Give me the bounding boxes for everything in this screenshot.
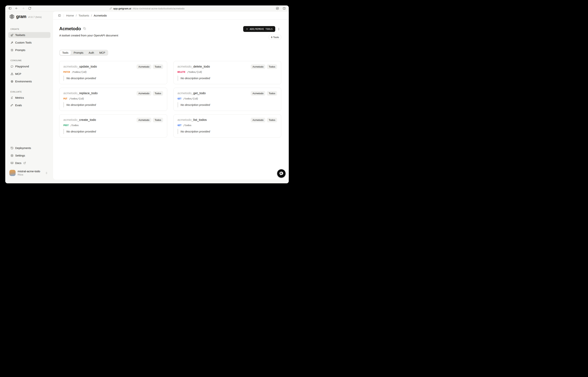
plus-icon [246,28,248,30]
app-version: v0.8.7 (beta) [28,16,42,18]
badge-source: Acmetodo [251,118,265,122]
split-view-icon[interactable] [282,6,286,11]
tool-card-list-todos[interactable]: acmetodo_list_todos Acmetodo Todos GET /… [173,114,282,138]
route-path: /todos/{id} [72,71,87,73]
evals-icon [11,104,13,107]
tool-card-delete-todo[interactable]: acmetodo_delete_todo Acmetodo Todos DELE… [173,61,282,84]
url-host: app.getgram.ai [113,7,131,10]
tool-card-update-todo[interactable]: acmetodo_update_todo Acmetodo Todos PATC… [59,61,167,84]
forward-icon[interactable] [21,6,25,11]
sidebar-item-metrics[interactable]: Metrics [8,95,50,101]
http-method: GET [178,124,181,127]
custom-tools-icon [11,41,13,44]
browser-window: app.getgram.ai/ritza-rzx/mistral-acme-to… [5,5,289,183]
tab-auth[interactable]: Auth [86,50,97,55]
tool-route: POST /todos [63,124,163,127]
mcp-icon [11,72,13,75]
sidebar-section-consume: CONSUME [11,59,50,61]
tool-route: PATCH /todos/{id} [63,71,163,73]
reload-icon[interactable] [27,6,32,11]
tool-description: No description provided [178,102,277,107]
workspace-switcher[interactable]: mistral-acme-todo Ritza [8,170,50,176]
route-path: /todos [183,124,192,127]
tab-bar: Tools Prompts Auth MCP [59,50,108,56]
sidebar-item-environments[interactable]: Environments [8,78,50,84]
sidebar-item-settings[interactable]: Settings [8,153,50,158]
external-link-icon [23,162,26,164]
badge-tag: Todos [153,118,163,122]
badge-source: Acmetodo [136,118,151,122]
main-panel: Home / Toolsets / Acmetodo Acmetodo [53,12,289,180]
environments-icon [11,80,13,83]
badge-source: Acmetodo [136,64,151,69]
logo-text: gram [16,14,26,19]
sidebar-item-label: Evals [15,104,22,107]
toolsets-icon [11,34,13,36]
breadcrumb-home[interactable]: Home [66,14,74,17]
tool-route: GET /todos/{id} [178,97,277,100]
sidebar-item-playground[interactable]: Playground [8,63,50,69]
tab-mcp[interactable]: MCP [97,50,108,55]
badge-source: Acmetodo [251,64,265,69]
sidebar-item-custom-tools[interactable]: Custom Tools [8,40,50,46]
sidebar-item-toolsets[interactable]: Toolsets [8,32,50,38]
playground-icon [11,65,13,68]
sidebar-item-label: Custom Tools [15,41,32,44]
sidebar-item-mcp[interactable]: MCP [8,71,50,77]
app-sidebar: gram v0.8.7 (beta) CREATE Toolsets Custo… [5,12,53,183]
gram-logo[interactable]: gram v0.8.7 (beta) [8,14,50,19]
sidebar-item-label: Prompts [15,49,25,52]
copy-icon[interactable] [83,27,86,30]
http-method: PATCH [63,71,70,73]
http-method: PUT [63,97,67,100]
route-path: /todos/{id} [187,71,202,73]
workspace-org: Ritza [18,173,40,176]
page-title: Acmetodo [59,26,81,31]
address-bar[interactable]: app.getgram.ai/ritza-rzx/mistral-acme-to… [110,7,184,10]
more-options-icon[interactable] [276,27,281,31]
route-path: /todos [70,124,79,127]
badge-tag: Todos [153,64,163,69]
browser-toolbar: app.getgram.ai/ritza-rzx/mistral-acme-to… [5,5,289,12]
page-subtitle: A toolset created from your OpenAPI docu… [59,34,118,37]
gram-logo-icon [9,14,14,19]
tab-prompts[interactable]: Prompts [71,50,86,55]
link-icon [110,7,112,10]
tool-name: acmetodo_replace_todo [63,91,98,95]
sidebar-item-evals[interactable]: Evals [8,102,50,108]
tool-route: GET /todos [178,124,277,127]
page-settings-icon[interactable] [275,6,280,11]
sidebar-item-label: Playground [15,65,29,68]
tool-description: No description provided [178,76,277,81]
sidebar-item-prompts[interactable]: Prompts [8,47,50,53]
tool-name: acmetodo_get_todo [178,91,206,95]
tool-card-get-todo[interactable]: acmetodo_get_todo Acmetodo Todos GET /to… [173,88,282,111]
breadcrumb-toolsets[interactable]: Toolsets [79,14,89,17]
sidebar-section-create: CREATE [11,28,50,30]
tool-card-replace-todo[interactable]: acmetodo_replace_todo Acmetodo Todos PUT… [59,88,167,111]
sidebar-item-label: Deployments [15,147,31,150]
back-icon[interactable] [14,6,19,11]
sidebar-section-evaluate: EVALUATE [11,91,50,93]
sidebar-item-label: MCP [15,72,21,75]
tab-tools[interactable]: Tools [60,50,71,55]
sidebar-item-deployments[interactable]: Deployments [8,145,50,151]
docs-book-icon [11,162,13,165]
http-method: GET [178,97,181,100]
chat-bubble-icon [279,171,284,176]
tool-card-grid: acmetodo_update_todo Acmetodo Todos PATC… [59,61,281,138]
tool-name: acmetodo_delete_todo [178,64,210,69]
tool-name: acmetodo_create_todo [63,118,96,122]
sidebar-item-docs[interactable]: Docs [8,160,50,166]
sidebar-item-label: Docs [15,162,21,165]
browser-sidebar-toggle-icon[interactable] [8,6,12,11]
tool-card-create-todo[interactable]: acmetodo_create_todo Acmetodo Todos POST… [59,114,167,138]
badge-tag: Todos [153,91,163,96]
support-chat-button[interactable] [277,169,286,178]
tool-name: acmetodo_list_todos [178,118,207,122]
badge-tag: Todos [267,64,277,69]
panel-toggle-icon[interactable] [58,14,61,17]
sidebar-item-label: Toolsets [15,34,25,36]
add-remove-tools-button[interactable]: ADD/REMOVE TOOLS [243,26,275,32]
tools-count-badge: 6 Tools [269,35,281,40]
